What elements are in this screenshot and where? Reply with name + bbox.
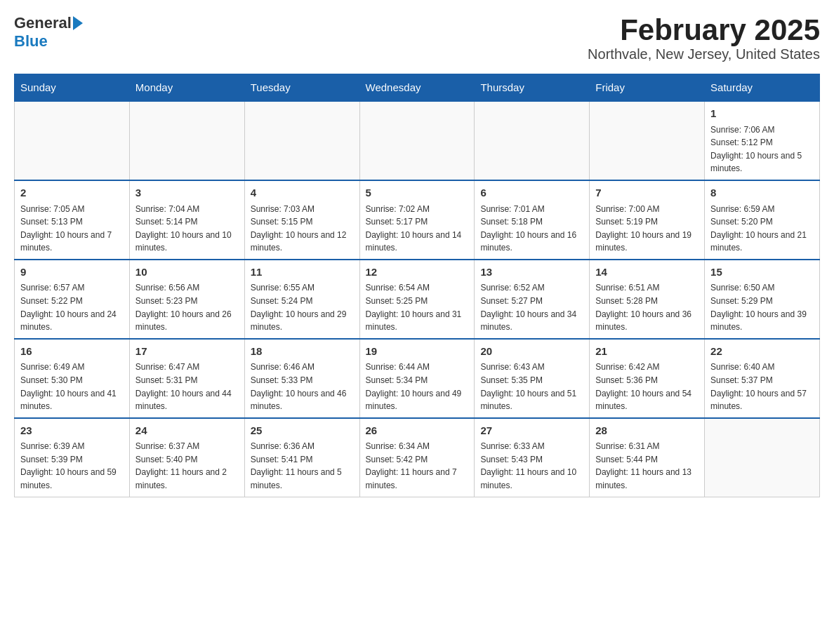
day-info: Sunrise: 7:05 AMSunset: 5:13 PMDaylight:… [20, 203, 124, 255]
day-cell: 23Sunrise: 6:39 AMSunset: 5:39 PMDayligh… [15, 418, 130, 497]
day-number: 19 [366, 344, 469, 360]
page-header: General Blue February 2025 Northvale, Ne… [14, 14, 820, 62]
header-tuesday: Tuesday [244, 74, 359, 102]
day-number: 3 [135, 185, 239, 201]
day-cell: 26Sunrise: 6:34 AMSunset: 5:42 PMDayligh… [359, 418, 475, 497]
day-number: 22 [710, 344, 814, 360]
day-info: Sunrise: 6:57 AMSunset: 5:22 PMDaylight:… [20, 281, 124, 333]
day-info: Sunrise: 6:39 AMSunset: 5:39 PMDaylight:… [20, 440, 124, 492]
day-cell: 3Sunrise: 7:04 AMSunset: 5:14 PMDaylight… [129, 180, 244, 260]
header-wednesday: Wednesday [359, 74, 475, 102]
day-number: 26 [366, 423, 469, 439]
day-number: 20 [480, 344, 583, 360]
day-number: 17 [135, 344, 239, 360]
day-info: Sunrise: 6:56 AMSunset: 5:23 PMDaylight:… [135, 281, 239, 333]
day-info: Sunrise: 6:33 AMSunset: 5:43 PMDaylight:… [480, 440, 583, 492]
day-number: 28 [595, 423, 699, 439]
header-sunday: Sunday [15, 74, 130, 102]
week-row-5: 23Sunrise: 6:39 AMSunset: 5:39 PMDayligh… [15, 418, 820, 497]
week-row-2: 2Sunrise: 7:05 AMSunset: 5:13 PMDaylight… [15, 180, 820, 260]
day-number: 9 [20, 264, 124, 281]
day-cell: 2Sunrise: 7:05 AMSunset: 5:13 PMDaylight… [15, 180, 130, 260]
day-number: 13 [480, 264, 583, 281]
day-number: 4 [251, 185, 354, 201]
day-cell: 27Sunrise: 6:33 AMSunset: 5:43 PMDayligh… [475, 418, 590, 497]
day-info: Sunrise: 6:43 AMSunset: 5:35 PMDaylight:… [480, 361, 583, 412]
day-number: 27 [480, 423, 583, 439]
day-number: 18 [251, 344, 354, 360]
day-number: 15 [710, 264, 814, 281]
day-cell: 28Sunrise: 6:31 AMSunset: 5:44 PMDayligh… [590, 418, 705, 497]
day-info: Sunrise: 6:42 AMSunset: 5:36 PMDaylight:… [595, 361, 699, 412]
day-info: Sunrise: 6:59 AMSunset: 5:20 PMDaylight:… [710, 203, 814, 255]
day-number: 8 [710, 185, 814, 201]
day-number: 1 [710, 106, 814, 122]
header-saturday: Saturday [705, 74, 820, 102]
day-cell: 9Sunrise: 6:57 AMSunset: 5:22 PMDaylight… [15, 260, 130, 339]
day-cell: 20Sunrise: 6:43 AMSunset: 5:35 PMDayligh… [475, 339, 590, 418]
calendar-header-row: SundayMondayTuesdayWednesdayThursdayFrid… [15, 74, 820, 102]
day-cell: 13Sunrise: 6:52 AMSunset: 5:27 PMDayligh… [475, 260, 590, 339]
day-cell: 7Sunrise: 7:00 AMSunset: 5:19 PMDaylight… [590, 180, 705, 260]
day-info: Sunrise: 7:01 AMSunset: 5:18 PMDaylight:… [480, 203, 583, 255]
logo-general-text: General [14, 14, 72, 32]
week-row-1: 1Sunrise: 7:06 AMSunset: 5:12 PMDaylight… [15, 101, 820, 180]
day-cell [475, 101, 590, 180]
day-info: Sunrise: 6:44 AMSunset: 5:34 PMDaylight:… [366, 361, 469, 412]
day-info: Sunrise: 7:03 AMSunset: 5:15 PMDaylight:… [251, 203, 354, 255]
day-cell: 1Sunrise: 7:06 AMSunset: 5:12 PMDaylight… [705, 101, 820, 180]
day-info: Sunrise: 6:55 AMSunset: 5:24 PMDaylight:… [251, 281, 354, 333]
day-number: 21 [595, 344, 699, 360]
day-cell: 22Sunrise: 6:40 AMSunset: 5:37 PMDayligh… [705, 339, 820, 418]
day-number: 23 [20, 423, 124, 439]
day-cell [705, 418, 820, 497]
day-info: Sunrise: 6:54 AMSunset: 5:25 PMDaylight:… [366, 281, 469, 333]
day-number: 25 [251, 423, 354, 439]
day-info: Sunrise: 7:00 AMSunset: 5:19 PMDaylight:… [595, 203, 699, 255]
day-cell: 6Sunrise: 7:01 AMSunset: 5:18 PMDaylight… [475, 180, 590, 260]
header-monday: Monday [129, 74, 244, 102]
day-cell: 16Sunrise: 6:49 AMSunset: 5:30 PMDayligh… [15, 339, 130, 418]
page-subtitle: Northvale, New Jersey, United States [588, 46, 820, 62]
day-cell: 12Sunrise: 6:54 AMSunset: 5:25 PMDayligh… [359, 260, 475, 339]
day-cell: 19Sunrise: 6:44 AMSunset: 5:34 PMDayligh… [359, 339, 475, 418]
day-number: 10 [135, 264, 239, 281]
calendar-table: SundayMondayTuesdayWednesdayThursdayFrid… [14, 74, 820, 497]
day-cell: 11Sunrise: 6:55 AMSunset: 5:24 PMDayligh… [244, 260, 359, 339]
header-friday: Friday [590, 74, 705, 102]
day-cell: 8Sunrise: 6:59 AMSunset: 5:20 PMDaylight… [705, 180, 820, 260]
day-cell [359, 101, 475, 180]
day-cell: 5Sunrise: 7:02 AMSunset: 5:17 PMDaylight… [359, 180, 475, 260]
day-info: Sunrise: 7:02 AMSunset: 5:17 PMDaylight:… [366, 203, 469, 255]
day-info: Sunrise: 7:06 AMSunset: 5:12 PMDaylight:… [710, 123, 814, 175]
day-cell [15, 101, 130, 180]
day-number: 16 [20, 344, 124, 360]
day-cell [129, 101, 244, 180]
day-cell [244, 101, 359, 180]
week-row-4: 16Sunrise: 6:49 AMSunset: 5:30 PMDayligh… [15, 339, 820, 418]
day-info: Sunrise: 6:46 AMSunset: 5:33 PMDaylight:… [251, 361, 354, 412]
day-number: 2 [20, 185, 124, 201]
day-cell: 10Sunrise: 6:56 AMSunset: 5:23 PMDayligh… [129, 260, 244, 339]
day-number: 12 [366, 264, 469, 281]
day-info: Sunrise: 6:52 AMSunset: 5:27 PMDaylight:… [480, 281, 583, 333]
day-cell: 24Sunrise: 6:37 AMSunset: 5:40 PMDayligh… [129, 418, 244, 497]
day-info: Sunrise: 6:50 AMSunset: 5:29 PMDaylight:… [710, 281, 814, 333]
week-row-3: 9Sunrise: 6:57 AMSunset: 5:22 PMDaylight… [15, 260, 820, 339]
day-number: 5 [366, 185, 469, 201]
day-info: Sunrise: 6:51 AMSunset: 5:28 PMDaylight:… [595, 281, 699, 333]
logo: General Blue [14, 14, 84, 51]
day-number: 6 [480, 185, 583, 201]
day-cell: 4Sunrise: 7:03 AMSunset: 5:15 PMDaylight… [244, 180, 359, 260]
day-cell: 21Sunrise: 6:42 AMSunset: 5:36 PMDayligh… [590, 339, 705, 418]
day-info: Sunrise: 6:40 AMSunset: 5:37 PMDaylight:… [710, 361, 814, 412]
day-number: 14 [595, 264, 699, 281]
day-info: Sunrise: 7:04 AMSunset: 5:14 PMDaylight:… [135, 203, 239, 255]
day-cell: 15Sunrise: 6:50 AMSunset: 5:29 PMDayligh… [705, 260, 820, 339]
day-info: Sunrise: 6:37 AMSunset: 5:40 PMDaylight:… [135, 440, 239, 492]
day-info: Sunrise: 6:34 AMSunset: 5:42 PMDaylight:… [366, 440, 469, 492]
day-number: 11 [251, 264, 354, 281]
logo-arrow-icon [73, 16, 83, 30]
day-cell [590, 101, 705, 180]
day-info: Sunrise: 6:49 AMSunset: 5:30 PMDaylight:… [20, 361, 124, 412]
